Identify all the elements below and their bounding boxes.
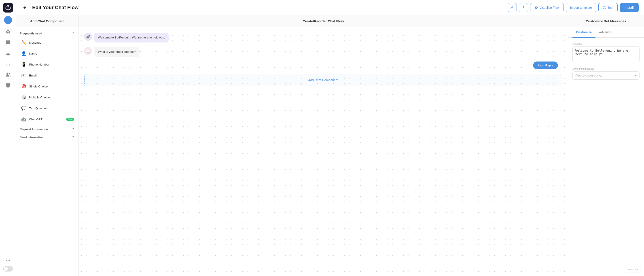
next-message-label: Go to next message — [572, 67, 640, 70]
welcome-bubble[interactable]: Welcome to BotPenguin. We are here to he… — [94, 33, 168, 42]
chat-icon — [6, 40, 10, 45]
chevron-up-icon — [72, 31, 75, 35]
logo-icon — [5, 4, 11, 11]
svg-point-4 — [6, 260, 7, 261]
sidebar-item-home[interactable] — [3, 27, 13, 37]
back-arrow-icon — [23, 5, 27, 10]
text-question-label: Text Question — [29, 107, 74, 110]
sidebar-item-users[interactable] — [3, 70, 13, 80]
svg-point-6 — [9, 260, 10, 261]
send-info-label: Send Information — [20, 136, 44, 139]
multiple-choice-icon: 🎲 — [20, 94, 27, 100]
right-panel-header: Customize Bot Messages — [568, 15, 644, 27]
upload-button[interactable] — [519, 3, 528, 12]
customize-content: Message Go to next message Please choose… — [568, 38, 644, 276]
sidebar-item-import[interactable] — [3, 48, 13, 58]
install-button[interactable]: Install — [620, 3, 639, 12]
email-avatar: ✉️ — [84, 47, 92, 55]
download-icon — [6, 51, 10, 56]
email-question-block: ✉️ What is your email address? — [84, 47, 174, 57]
request-info-section[interactable]: Request Information — [16, 125, 78, 133]
svg-point-2 — [8, 6, 9, 7]
message-input[interactable] — [572, 46, 640, 62]
add-chat-component-button[interactable]: Add Chat Component — [84, 74, 562, 86]
import-template-button[interactable]: Import template — [566, 3, 596, 12]
name-icon: 👤 — [20, 50, 27, 56]
component-item-email[interactable]: 📧 Email — [16, 70, 78, 81]
left-panel-header: Add Chat Component — [16, 15, 78, 27]
component-item-single-choice[interactable]: 🎯 Single Choice — [16, 81, 78, 92]
chevron-down-icon-2 — [72, 135, 75, 139]
component-item-name[interactable]: 👤 Name — [16, 48, 78, 59]
phone-icon: 📱 — [20, 61, 27, 68]
component-item-chat-gpt[interactable]: 🤖 Chat GPT New — [16, 114, 78, 125]
sidebar-item-analytics[interactable] — [3, 59, 13, 69]
chat-gpt-label: Chat GPT — [29, 118, 64, 121]
tab-advance[interactable]: Advance — [596, 27, 615, 38]
multiple-choice-label: Multiple Choice — [29, 96, 74, 99]
sidebar-item-desktop[interactable] — [3, 80, 13, 90]
next-message-select-wrapper: Please choose one... — [572, 71, 640, 80]
add-button[interactable]: + — [4, 16, 12, 24]
right-panel: Customize Bot Messages Customize Advance… — [568, 15, 644, 276]
content-area: Add Chat Component Frequently used ✏️ Me… — [16, 15, 644, 276]
back-button[interactable] — [22, 4, 28, 11]
users-icon — [6, 72, 10, 77]
eye-icon — [603, 6, 606, 10]
upload-icon — [522, 6, 526, 10]
single-choice-label: Single Choice — [29, 85, 74, 88]
sidebar-item-more[interactable] — [3, 256, 13, 265]
customize-tabs: Customize Advance — [568, 27, 644, 38]
sidebar: + — [0, 0, 16, 276]
toggle-knob — [4, 266, 8, 271]
request-info-label: Request Information — [20, 128, 48, 131]
tab-customize[interactable]: Customize — [572, 27, 596, 38]
recaptcha-badge: Privacy - Te — [626, 266, 640, 272]
components-scroll: Frequently used ✏️ Message 👤 Name 📱 Phon… — [16, 27, 78, 276]
header-actions: Visualise Flow Import template Test Inst… — [508, 3, 639, 12]
sidebar-toggle[interactable] — [3, 266, 13, 272]
chat-gpt-icon: 🤖 — [20, 116, 27, 122]
svg-point-8 — [604, 7, 605, 8]
svg-point-5 — [8, 260, 8, 261]
frequently-used-label: Frequently used — [20, 32, 42, 35]
visualise-flow-button[interactable]: Visualise Flow — [530, 3, 564, 12]
email-label: Email — [29, 74, 74, 77]
download-icon — [510, 6, 514, 10]
single-choice-icon: 🎯 — [20, 83, 27, 90]
chevron-down-icon — [72, 127, 75, 131]
email-question-bubble[interactable]: What is your email address? — [94, 47, 140, 57]
frequently-used-section[interactable]: Frequently used — [16, 29, 78, 37]
component-item-phone[interactable]: 📱 Phone Number — [16, 59, 78, 70]
svg-point-1 — [7, 6, 8, 7]
message-icon: ✏️ — [20, 39, 27, 46]
left-panel: Add Chat Component Frequently used ✏️ Me… — [16, 15, 79, 276]
app-logo — [3, 3, 13, 12]
header: Edit Your Chat Flow Visualise Flow Impor… — [16, 0, 644, 15]
home-icon — [6, 29, 10, 34]
component-item-message[interactable]: ✏️ Message — [16, 37, 78, 48]
new-badge: New — [66, 118, 74, 121]
phone-label: Phone Number — [29, 63, 74, 66]
svg-point-7 — [536, 7, 537, 8]
download-button[interactable] — [508, 3, 517, 12]
message-field-group: Message — [572, 42, 640, 63]
email-icon: 📧 — [20, 72, 27, 78]
bar-chart-icon — [6, 62, 10, 66]
message-field-label: Message — [572, 42, 640, 45]
test-button[interactable]: Test — [598, 3, 618, 12]
user-reply-button[interactable]: User Reply — [533, 62, 558, 69]
center-panel-header: Create/Reorder Chat Flow — [79, 15, 568, 27]
text-question-icon: 💬 — [20, 105, 27, 112]
welcome-message-block: 🚀 Welcome to BotPenguin. We are here to … — [84, 33, 174, 42]
next-message-select[interactable]: Please choose one... — [572, 71, 640, 80]
page-title: Edit Your Chat Flow — [32, 5, 504, 10]
send-info-section[interactable]: Send Information — [16, 133, 78, 141]
chat-flow: 🚀 Welcome to BotPenguin. We are here to … — [79, 27, 568, 276]
sidebar-item-chat[interactable] — [3, 38, 13, 48]
component-item-multiple-choice[interactable]: 🎲 Multiple Choice — [16, 92, 78, 103]
next-message-field-group: Go to next message Please choose one... — [572, 67, 640, 80]
more-dots-icon — [6, 258, 10, 263]
monitor-icon — [6, 83, 10, 88]
component-item-text-question[interactable]: 💬 Text Question — [16, 103, 78, 114]
